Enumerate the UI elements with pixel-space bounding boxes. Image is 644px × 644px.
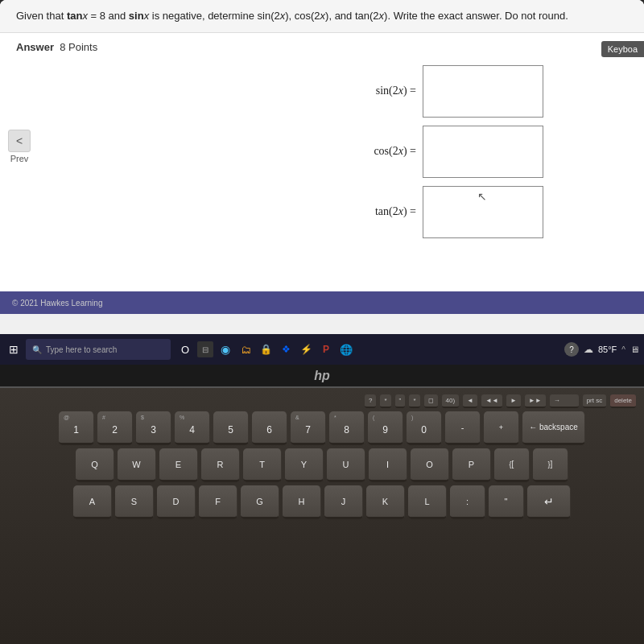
key-1[interactable]: @1: [59, 411, 94, 445]
key-5[interactable]: 5: [213, 411, 249, 445]
cursor-indicator: ↖: [477, 190, 487, 203]
taskbar-icon-bolt[interactable]: ⚡: [298, 341, 314, 357]
key-k[interactable]: K: [366, 485, 405, 519]
key-r[interactable]: R: [201, 448, 240, 482]
taskbar-question[interactable]: ?: [564, 342, 579, 357]
key-quote[interactable]: ": [395, 394, 406, 408]
sin-label: sin(2x) =: [344, 85, 416, 97]
key-u[interactable]: U: [327, 448, 365, 482]
key-star2[interactable]: *: [409, 394, 419, 408]
cos-label: cos(2x) =: [344, 145, 416, 158]
keyboard-area: ? * " * ◻ 40) ◄ ◄◄ ► ►► → prt sc delete …: [0, 386, 644, 644]
taskbar-network[interactable]: 🖥: [630, 345, 639, 354]
key-volume[interactable]: 40): [442, 394, 460, 408]
answer-section: Answer 8 Points Keyboa < Prev sin(2x) = …: [0, 33, 644, 246]
footer-bar: © 2021 Hawkes Learning: [0, 291, 644, 314]
answer-points: 8 Points: [60, 41, 97, 53]
key-l[interactable]: L: [408, 485, 447, 519]
math-input-area: sin(2x) = cos(2x) = tan(2x) =: [16, 65, 628, 238]
screen-content: Given that tanx = 8 and sinx is negative…: [0, 0, 644, 314]
key-4[interactable]: %4: [175, 411, 210, 445]
taskbar-icons: O ⊟ ◉ 🗂 🔒 ❖ ⚡ P 🌐: [177, 341, 354, 357]
taskbar-cloud[interactable]: ☁: [584, 344, 593, 355]
key-rewind[interactable]: ►: [506, 394, 521, 408]
taskbar-icon-lock[interactable]: 🔒: [258, 341, 274, 357]
hp-logo: hp: [314, 369, 330, 383]
key-vol-up[interactable]: ◄◄: [481, 394, 502, 408]
key-delete[interactable]: delete: [610, 394, 636, 408]
keyboard-fn-row: ? * " * ◻ 40) ◄ ◄◄ ► ►► → prt sc delete: [0, 388, 644, 411]
prev-chevron-icon: <: [8, 130, 31, 152]
key-minus[interactable]: -: [445, 411, 481, 445]
key-s[interactable]: S: [115, 485, 154, 519]
asdf-row: A S D F G H J K L : " ↵: [0, 485, 644, 519]
key-j[interactable]: J: [324, 485, 363, 519]
question-bar: Given that tanx = 8 and sinx is negative…: [0, 0, 644, 33]
key-enter[interactable]: ↵: [527, 485, 571, 519]
key-question[interactable]: ?: [365, 394, 376, 408]
sin-input[interactable]: [423, 65, 543, 118]
key-star[interactable]: *: [380, 394, 390, 408]
key-0[interactable]: )0: [407, 411, 442, 445]
taskbar-icon-folder[interactable]: 🗂: [237, 341, 254, 357]
key-p[interactable]: P: [452, 448, 491, 482]
taskbar-right: ? ☁ 85°F ^ 🖥: [564, 342, 639, 357]
key-o[interactable]: O: [411, 448, 449, 482]
taskbar-icon-globe[interactable]: 🌐: [338, 341, 354, 357]
footer-text: © 2021 Hawkes Learning: [12, 299, 102, 308]
cos-input[interactable]: [423, 126, 543, 178]
key-g[interactable]: G: [241, 485, 279, 519]
qwerty-row: Q W E R T Y U I O P {[ }]: [0, 448, 644, 482]
key-media-stop[interactable]: ◻: [424, 394, 438, 408]
taskbar-icon-1[interactable]: O: [177, 341, 193, 357]
number-row: @1 #2 $3 %4 5 6 &7 *8 (9 )0 - + ← backs: [0, 411, 644, 445]
key-equals[interactable]: +: [484, 411, 519, 445]
taskbar-icon-edge[interactable]: ◉: [217, 341, 233, 357]
key-3[interactable]: $3: [136, 411, 171, 445]
key-a[interactable]: A: [73, 485, 112, 519]
key-2[interactable]: #2: [97, 411, 133, 445]
tan-label: tan(2x) =: [344, 205, 416, 218]
key-semicolon[interactable]: :: [450, 485, 485, 519]
key-t[interactable]: T: [243, 448, 282, 482]
prev-button[interactable]: < Prev: [8, 130, 31, 163]
key-d[interactable]: D: [157, 485, 196, 519]
taskbar-icon-p[interactable]: P: [318, 341, 334, 357]
taskbar-icon-dropbox[interactable]: ❖: [278, 341, 294, 357]
keyboard-button[interactable]: Keyboa: [601, 41, 644, 57]
key-8[interactable]: *8: [329, 411, 365, 445]
taskbar-search[interactable]: 🔍 Type here to search: [26, 339, 171, 360]
key-vol-down[interactable]: ◄: [463, 394, 477, 408]
key-ff[interactable]: ►►: [525, 394, 546, 408]
key-h[interactable]: H: [283, 485, 321, 519]
prev-label: Prev: [10, 154, 29, 163]
taskbar: ⊞ 🔍 Type here to search O ⊟ ◉ 🗂 🔒 ❖ ⚡ P …: [0, 334, 644, 365]
key-e[interactable]: E: [159, 448, 198, 482]
key-7[interactable]: &7: [291, 411, 326, 445]
taskbar-icon-2[interactable]: ⊟: [197, 341, 213, 357]
key-quote2[interactable]: ": [489, 485, 524, 519]
sin-row: sin(2x) =: [101, 65, 543, 118]
search-placeholder: Type here to search: [46, 345, 117, 354]
key-y[interactable]: Y: [285, 448, 324, 482]
key-6[interactable]: 6: [252, 411, 287, 445]
cos-row: cos(2x) =: [101, 126, 543, 178]
key-bracket-right[interactable]: }]: [533, 448, 568, 482]
question-text: Given that tanx = 8 and sinx is negative…: [16, 10, 568, 22]
key-bracket-left[interactable]: {[: [494, 448, 530, 482]
hp-logo-bar: hp: [0, 365, 644, 386]
key-f[interactable]: F: [199, 485, 237, 519]
taskbar-chevron-up[interactable]: ^: [621, 345, 625, 354]
temperature-display: 85°F: [598, 345, 617, 354]
key-9[interactable]: (9: [368, 411, 403, 445]
laptop-screen: Given that tanx = 8 and sinx is negative…: [0, 0, 644, 346]
key-prtsc[interactable]: prt sc: [583, 394, 607, 408]
key-q[interactable]: Q: [76, 448, 114, 482]
key-backspace[interactable]: ← backspace: [522, 411, 585, 445]
answer-label: Answer 8 Points: [16, 41, 628, 53]
key-i[interactable]: I: [369, 448, 407, 482]
key-w[interactable]: W: [118, 448, 156, 482]
key-arrow-right[interactable]: →: [550, 394, 579, 408]
start-button[interactable]: ⊞: [5, 341, 23, 357]
